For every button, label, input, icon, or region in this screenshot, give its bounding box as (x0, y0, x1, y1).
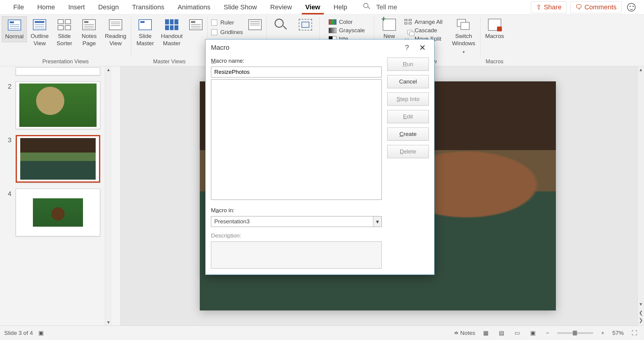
macro-in-label: Macro in:Macro in: (211, 207, 382, 214)
btn-notes-page[interactable]: Notes Page (77, 16, 101, 49)
notes-button[interactable]: ≐ Notes (454, 329, 475, 336)
cascade-icon (404, 27, 412, 33)
fit-to-window-icon[interactable]: ⛶ (629, 329, 640, 338)
btn-fit-window[interactable] (293, 16, 317, 33)
thumb-slide-3[interactable] (16, 135, 100, 183)
btn-arrange-all[interactable]: Arrange All (403, 18, 448, 26)
cancel-button[interactable]: Cancel (387, 75, 429, 88)
share-button[interactable]: ⇪ Share (531, 1, 567, 13)
chevron-down-icon: ▾ (463, 48, 465, 55)
handout-master-label: Handout Master (161, 33, 183, 47)
slideshow-view-icon[interactable]: ▣ (528, 328, 538, 338)
thumb-row-4[interactable]: 4 (0, 186, 105, 239)
dialog-help-button[interactable]: ? (398, 43, 416, 52)
sorter-view-icon[interactable]: ▤ (496, 328, 507, 338)
tab-design[interactable]: Design (91, 0, 125, 14)
checkbox-icon (211, 29, 217, 35)
reading-label: Reading View (105, 33, 126, 47)
tab-home[interactable]: Home (30, 0, 62, 14)
tab-review[interactable]: Review (263, 0, 298, 14)
slide-image (33, 198, 83, 227)
slide-master-label: Slide Master (136, 33, 154, 47)
run-button[interactable]: RunRun (387, 58, 429, 71)
notes-label: Notes Page (82, 33, 97, 47)
tell-me-search[interactable]: Tell me (354, 0, 403, 15)
color-swatch-icon (329, 19, 336, 25)
edit-button[interactable]: EditEdit (387, 110, 429, 123)
thumb-slide-4[interactable] (16, 189, 100, 236)
scroll-up-icon[interactable]: ▲ (638, 66, 644, 73)
accessibility-icon[interactable]: ▣ (38, 329, 44, 336)
zoom-in-button[interactable]: + (599, 329, 607, 338)
btn-zoom[interactable] (269, 16, 293, 33)
delete-button[interactable]: DeleteDelete (387, 145, 429, 158)
chk-gridlines[interactable]: Gridlines (209, 28, 245, 37)
tell-me-label: Tell me (376, 3, 397, 11)
group-label-presentation-views: Presentation Views (42, 57, 89, 65)
thumbs-scrollbar[interactable]: ▲ ▼ (105, 66, 112, 326)
btn-reading-view[interactable]: Reading View (102, 16, 129, 49)
macro-in-value: Presentation3 (214, 218, 250, 225)
btn-handout-master[interactable]: Handout Master (158, 16, 186, 49)
thumb-number: 2 (5, 81, 11, 90)
thumb-slide-2[interactable] (16, 81, 100, 129)
group-label-macros: Macros (486, 57, 503, 65)
thumbnails-list: 2 3 4 (0, 66, 105, 326)
btn-notes-master[interactable] (186, 16, 206, 33)
comments-button[interactable]: 🗨 Comments (570, 1, 622, 13)
scroll-down-icon[interactable]: ▼ (105, 319, 112, 326)
zoom-slider[interactable] (557, 332, 593, 334)
tab-file[interactable]: File (7, 0, 30, 14)
dialog-title: Macro (211, 44, 229, 52)
thumb-row-3[interactable]: 3 (0, 132, 105, 186)
slide-thumbnails-pane: 2 3 4 ▲ ▼ (0, 66, 112, 326)
normal-view-icon[interactable]: ▦ (481, 328, 491, 338)
tab-insert[interactable]: Insert (62, 0, 91, 14)
tab-help[interactable]: Help (327, 0, 354, 14)
search-icon (360, 0, 373, 15)
thumb-number: 3 (5, 135, 11, 144)
thumb-row-2[interactable]: 2 (0, 78, 105, 132)
step-into-button[interactable]: Step IntoStep Into (387, 93, 429, 106)
thumb-row-1[interactable] (0, 68, 105, 78)
macro-list[interactable] (211, 79, 382, 200)
zoom-value[interactable]: 57% (612, 330, 624, 336)
group-label-master-views: Master Views (153, 57, 186, 65)
chk-ruler[interactable]: Ruler (209, 18, 245, 27)
create-button[interactable]: CreateCreate (387, 128, 429, 141)
zoom-slider-knob[interactable] (573, 331, 577, 335)
prev-slide-icon[interactable]: ❮ (639, 310, 643, 316)
btn-outline-view[interactable]: Outline View (27, 16, 52, 49)
btn-cascade[interactable]: Cascade (403, 27, 448, 34)
description-label: Description:Description: (211, 232, 382, 240)
btn-color[interactable]: Color (327, 18, 366, 26)
switch-windows-label: Switch Windows (452, 33, 475, 47)
scroll-up-icon[interactable]: ▲ (105, 66, 112, 73)
feedback-icon[interactable] (627, 3, 636, 11)
scroll-down-icon[interactable]: ▼ (638, 301, 644, 307)
editor-scrollbar[interactable]: ▲ ▼ ❮ ❯ (637, 66, 644, 326)
slide-indicator: Slide 3 of 4 (4, 330, 33, 336)
btn-grayscale[interactable]: Grayscale (327, 27, 366, 34)
zoom-out-button[interactable]: − (544, 329, 552, 338)
dialog-titlebar[interactable]: Macro ? ✕ (206, 39, 434, 56)
reading-view-icon[interactable]: ▭ (512, 328, 522, 338)
btn-macros[interactable]: Macros (482, 16, 507, 42)
btn-switch-windows[interactable]: Switch Windows ▾ (449, 16, 478, 57)
tab-slideshow[interactable]: Slide Show (217, 0, 263, 14)
macro-name-label: MMacro name:acro name: (211, 58, 382, 65)
tab-view[interactable]: View (299, 0, 327, 14)
tab-animations[interactable]: Animations (171, 0, 217, 14)
next-slide-icon[interactable]: ❯ (639, 317, 643, 323)
dialog-close-button[interactable]: ✕ (416, 43, 429, 52)
btn-notes[interactable] (245, 16, 265, 33)
macro-in-select[interactable]: Presentation3 ▾ (211, 216, 382, 227)
vertical-ruler (112, 66, 121, 326)
macro-name-input[interactable] (211, 67, 382, 77)
btn-slide-master[interactable]: Slide Master (133, 16, 157, 49)
btn-slide-sorter[interactable]: Slide Sorter (52, 16, 76, 49)
btn-normal-view[interactable]: Normal (2, 16, 27, 42)
tab-transitions[interactable]: Transitions (126, 0, 171, 14)
slide-image (20, 138, 96, 180)
arrange-label: Arrange All (415, 19, 443, 25)
